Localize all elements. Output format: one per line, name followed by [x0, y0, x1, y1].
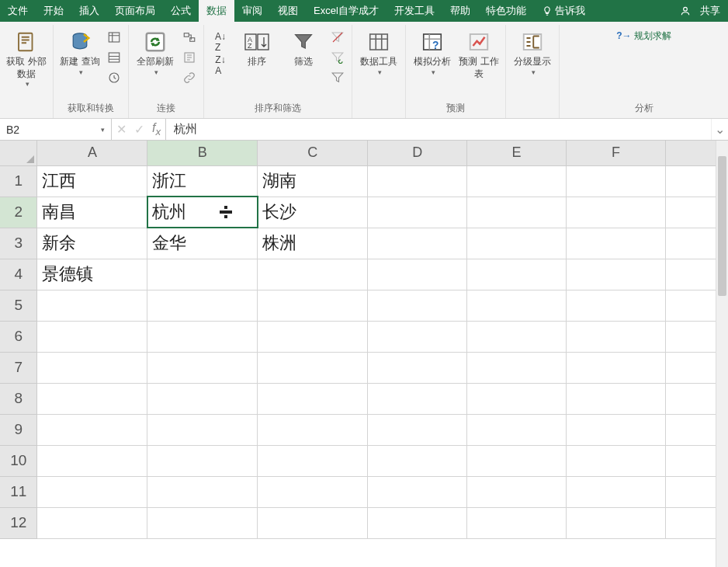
cell-C8[interactable]: [258, 383, 368, 414]
row-header-12[interactable]: 12: [0, 507, 37, 538]
formula-expand-button[interactable]: ⌄: [711, 119, 728, 140]
row-header-7[interactable]: 7: [0, 352, 37, 383]
cell-A3[interactable]: 新余: [37, 228, 147, 259]
formula-input[interactable]: 杭州: [166, 119, 711, 140]
cell-F8[interactable]: [567, 383, 666, 414]
cell-C4[interactable]: [258, 259, 368, 290]
cell-A10[interactable]: [37, 445, 147, 476]
cell-C3[interactable]: 株洲: [258, 228, 368, 259]
cell-B5[interactable]: [147, 290, 258, 321]
insert-function-button[interactable]: fx: [152, 121, 161, 137]
row-header-1[interactable]: 1: [0, 165, 37, 197]
col-header-C[interactable]: C: [258, 141, 368, 165]
cell-E7[interactable]: [467, 352, 567, 383]
cell-D6[interactable]: [368, 321, 467, 352]
row-header-10[interactable]: 10: [0, 445, 37, 476]
select-all-corner[interactable]: [0, 141, 37, 165]
cell-F12[interactable]: [567, 507, 666, 538]
name-box-dropdown-icon[interactable]: ▾: [101, 126, 105, 134]
filter-clear-button[interactable]: [328, 28, 347, 47]
cell-B9[interactable]: [147, 414, 258, 445]
cell-A12[interactable]: [37, 507, 147, 538]
name-box[interactable]: B2 ▾: [0, 119, 112, 140]
cell-D11[interactable]: [368, 476, 467, 507]
cell-B6[interactable]: [147, 321, 258, 352]
cell-D5[interactable]: [368, 290, 467, 321]
cell-F6[interactable]: [567, 321, 666, 352]
row-header-11[interactable]: 11: [0, 476, 37, 507]
menu-tab-insert[interactable]: 插入: [71, 0, 107, 22]
menu-tab-developer[interactable]: 开发工具: [387, 0, 442, 22]
cell-D3[interactable]: [368, 228, 467, 259]
cell-C1[interactable]: 湖南: [258, 165, 368, 197]
sort-button[interactable]: AZ 排序: [235, 28, 279, 68]
data-tools-button[interactable]: 数据工具: [357, 28, 400, 77]
cell-F11[interactable]: [567, 476, 666, 507]
menu-tab-custom[interactable]: Excel自学成才: [306, 0, 387, 22]
outline-button[interactable]: 分级显示: [511, 28, 554, 77]
new-query-button[interactable]: 新建 查询: [58, 28, 102, 77]
col-header-B[interactable]: B: [147, 141, 258, 165]
cell-C7[interactable]: [258, 352, 368, 383]
cell-B10[interactable]: [147, 445, 258, 476]
filter-advanced-button[interactable]: [328, 68, 347, 87]
menu-tab-view[interactable]: 视图: [270, 0, 306, 22]
cell-A7[interactable]: [37, 352, 147, 383]
row-header-3[interactable]: 3: [0, 228, 37, 259]
menu-tab-feature[interactable]: 特色功能: [478, 0, 534, 22]
cell-D2[interactable]: [368, 197, 467, 228]
cell-B4[interactable]: [147, 259, 258, 290]
tell-me[interactable]: 告诉我: [534, 0, 594, 22]
menu-tab-formulas[interactable]: 公式: [163, 0, 199, 22]
cell-B3[interactable]: 金华: [147, 228, 258, 259]
cell-A2[interactable]: 南昌: [37, 197, 147, 228]
col-header-D[interactable]: D: [368, 141, 467, 165]
row-header-6[interactable]: 6: [0, 321, 37, 352]
cell-C9[interactable]: [258, 414, 368, 445]
cell-F2[interactable]: [567, 197, 666, 228]
worksheet[interactable]: A B C D E F 1 江西 浙江 湖南 2 南昌: [0, 141, 728, 567]
cell-D1[interactable]: [368, 165, 467, 197]
row-header-8[interactable]: 8: [0, 383, 37, 414]
cell-A9[interactable]: [37, 414, 147, 445]
cell-B12[interactable]: [147, 507, 258, 538]
get-external-data-button[interactable]: 获取 外部数据: [5, 28, 48, 89]
cell-F4[interactable]: [567, 259, 666, 290]
cell-A11[interactable]: [37, 476, 147, 507]
cell-B2[interactable]: 杭州: [147, 197, 258, 228]
what-if-button[interactable]: ? 模拟分析: [411, 28, 454, 77]
row-header-9[interactable]: 9: [0, 414, 37, 445]
cell-B7[interactable]: [147, 352, 258, 383]
filter-reapply-button[interactable]: [328, 48, 347, 67]
cell-D8[interactable]: [368, 383, 467, 414]
menu-tab-home[interactable]: 开始: [36, 0, 71, 22]
cell-B11[interactable]: [147, 476, 258, 507]
cell-E6[interactable]: [467, 321, 567, 352]
cancel-formula-icon[interactable]: ✕: [116, 122, 127, 137]
col-header-F[interactable]: F: [567, 141, 666, 165]
connections-button[interactable]: [180, 28, 199, 47]
menu-tab-layout[interactable]: 页面布局: [107, 0, 163, 22]
menu-tab-data[interactable]: 数据: [199, 0, 234, 22]
cell-F3[interactable]: [567, 228, 666, 259]
edit-links-button[interactable]: [180, 68, 199, 87]
cell-D10[interactable]: [368, 445, 467, 476]
scrollbar-thumb[interactable]: [718, 156, 726, 296]
recent-sources-button[interactable]: [105, 68, 123, 87]
show-queries-button[interactable]: [105, 28, 123, 47]
cell-D12[interactable]: [368, 507, 467, 538]
menu-tab-review[interactable]: 审阅: [234, 0, 270, 22]
cell-C6[interactable]: [258, 321, 368, 352]
cell-E4[interactable]: [467, 259, 567, 290]
menu-tab-file[interactable]: 文件: [0, 0, 36, 22]
row-header-4[interactable]: 4: [0, 259, 37, 290]
share-button[interactable]: 共享: [672, 0, 728, 22]
cell-E2[interactable]: [467, 197, 567, 228]
cell-E8[interactable]: [467, 383, 567, 414]
cell-B1[interactable]: 浙江: [147, 165, 258, 197]
cell-F5[interactable]: [567, 290, 666, 321]
cell-D7[interactable]: [368, 352, 467, 383]
sort-asc-button[interactable]: A↓Z: [209, 33, 232, 51]
cell-C2[interactable]: 长沙: [258, 197, 368, 228]
from-table-button[interactable]: [105, 48, 123, 67]
